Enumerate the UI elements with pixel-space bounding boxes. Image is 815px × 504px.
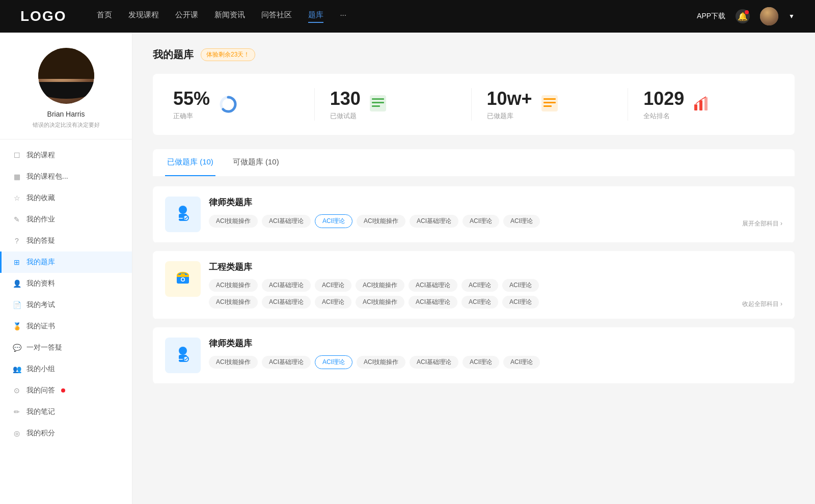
nav-home[interactable]: 首页 (97, 10, 112, 23)
qbank-engineer-icon-wrap (165, 261, 201, 297)
stat-value: 10w+ (487, 88, 532, 109)
sidebar-item-homework[interactable]: ✎ 我的作业 (0, 209, 132, 230)
notification-bell[interactable]: 🔔 (736, 9, 750, 23)
chat-icon: 💬 (12, 343, 21, 352)
svg-rect-4 (372, 98, 384, 100)
tag-1[interactable]: ACI基础理论 (262, 356, 311, 369)
tag-r2-4[interactable]: ACI基础理论 (409, 296, 457, 309)
donut-icon (218, 94, 238, 115)
nav-news[interactable]: 新闻资讯 (214, 10, 245, 23)
sidebar-item-label: 我的积分 (26, 429, 55, 438)
svg-rect-18 (178, 218, 183, 219)
nav-open-course[interactable]: 公开课 (175, 10, 198, 23)
profile-avatar (38, 48, 94, 104)
nav-discover[interactable]: 发现课程 (128, 10, 159, 23)
tag-3[interactable]: ACI技能操作 (357, 356, 405, 369)
tag-1[interactable]: ACI基础理论 (262, 215, 311, 228)
tag-6[interactable]: ACI理论 (503, 215, 540, 228)
expand-button[interactable]: 展开全部科目 › (742, 219, 782, 228)
nav-qbank[interactable]: 题库 (308, 10, 323, 23)
sidebar-item-exam[interactable]: 📄 我的考试 (0, 294, 132, 316)
sidebar-item-points[interactable]: ◎ 我的积分 (0, 423, 132, 444)
tag-6[interactable]: ACI理论 (502, 279, 539, 292)
nav-qa[interactable]: 问答社区 (261, 10, 292, 23)
qbank-header: 律师类题库 ACI技能操作 ACI基础理论 ACI理论 ACI技能操作 ACI基… (165, 197, 782, 232)
tag-4[interactable]: ACI基础理论 (410, 215, 458, 228)
stat-value: 55% (173, 88, 210, 109)
collapse-button[interactable]: 收起全部科目 › (742, 300, 782, 309)
tab-done-banks[interactable]: 已做题库 (10) (165, 149, 215, 176)
sidebar-item-label: 我的作业 (26, 215, 55, 224)
tag-r2-3[interactable]: ACI技能操作 (356, 296, 404, 309)
tag-5[interactable]: ACI理论 (463, 215, 499, 228)
stat-done-banks-value-wrap: 10w+ 已做题库 (487, 88, 532, 121)
sidebar-item-qbank[interactable]: ⊞ 我的题库 (0, 251, 132, 273)
sidebar-item-group[interactable]: 👥 我的小组 (0, 358, 132, 380)
tag-r2-2[interactable]: ACI理论 (315, 296, 351, 309)
profile-avatar-image (38, 48, 94, 104)
svg-rect-9 (544, 102, 556, 103)
qbank-section-2: 律师类题库 ACI技能操作 ACI基础理论 ACI理论 ACI技能操作 ACI基… (153, 327, 795, 384)
profile-motto: 错误的决定比没有决定要好 (10, 121, 122, 129)
sidebar-item-notes[interactable]: ✏ 我的笔记 (0, 401, 132, 423)
tag-2[interactable]: ACI理论 (315, 279, 351, 292)
svg-rect-8 (544, 98, 556, 100)
tag-5[interactable]: ACI理论 (463, 356, 499, 369)
group-icon: 👥 (12, 365, 21, 374)
stat-label: 正确率 (173, 111, 210, 121)
qbank-tags-row1: ACI技能操作 ACI基础理论 ACI理论 ACI技能操作 ACI基础理论 AC… (209, 279, 782, 292)
qbank-content: 律师类题库 ACI技能操作 ACI基础理论 ACI理论 ACI技能操作 ACI基… (209, 197, 782, 228)
nav-more[interactable]: ··· (340, 10, 346, 23)
main-content: 我的题库 体验剩余23天！ 55% 正确率 (132, 33, 815, 504)
qbank-title: 律师类题库 (209, 197, 782, 208)
svg-rect-13 (704, 97, 708, 110)
tag-4[interactable]: ACI基础理论 (410, 356, 458, 369)
tag-0[interactable]: ACI技能操作 (209, 279, 258, 292)
sidebar-item-my-course[interactable]: ☐ 我的课程 (0, 145, 132, 166)
sidebar-item-label: 我的答疑 (26, 236, 55, 245)
file-icon: ☐ (12, 151, 21, 160)
qa-icon: ⊙ (12, 386, 21, 395)
chart-red-icon (692, 94, 713, 115)
tag-r2-6[interactable]: ACI理论 (502, 296, 539, 309)
sidebar-item-certificate[interactable]: 🏅 我的证书 (0, 316, 132, 337)
tag-3[interactable]: ACI技能操作 (356, 279, 404, 292)
sidebar-item-ask[interactable]: ? 我的答疑 (0, 230, 132, 251)
tag-1[interactable]: ACI基础理论 (262, 279, 311, 292)
stat-done-questions-value-wrap: 130 已做试题 (330, 88, 361, 121)
tag-2[interactable]: ACI理论 (315, 214, 352, 228)
qbank-card-lawyer-2: 律师类题库 ACI技能操作 ACI基础理论 ACI理论 ACI技能操作 ACI基… (153, 327, 795, 384)
stat-value: 130 (330, 88, 361, 109)
tag-6[interactable]: ACI理论 (503, 356, 540, 369)
svg-rect-23 (181, 273, 185, 275)
tag-4[interactable]: ACI基础理论 (409, 279, 457, 292)
tag-0[interactable]: ACI技能操作 (209, 356, 258, 369)
profile-username: Brian Harris (10, 110, 122, 118)
tag-3[interactable]: ACI技能操作 (357, 215, 405, 228)
stat-label: 已做试题 (330, 111, 361, 121)
qa-badge (61, 388, 65, 393)
qbank-tags-row2: ACI技能操作 ACI基础理论 ACI理论 ACI技能操作 ACI基础理论 AC… (209, 296, 782, 309)
tag-r2-5[interactable]: ACI理论 (461, 296, 498, 309)
tag-r2-1[interactable]: ACI基础理论 (262, 296, 311, 309)
sidebar-item-one-on-one[interactable]: 💬 一对一答疑 (0, 337, 132, 358)
app-download-button[interactable]: APP下载 (697, 12, 725, 21)
tag-r2-0[interactable]: ACI技能操作 (209, 296, 258, 309)
sidebar-item-favorites[interactable]: ☆ 我的收藏 (0, 187, 132, 209)
tag-5[interactable]: ACI理论 (461, 279, 498, 292)
qbank-lawyer-icon-wrap (165, 197, 201, 232)
table-green-icon (369, 94, 389, 115)
sidebar-item-profile[interactable]: 👤 我的资料 (0, 273, 132, 294)
notification-dot (745, 10, 749, 14)
tab-available-banks[interactable]: 可做题库 (10) (231, 149, 281, 176)
doc-icon: 📄 (12, 300, 21, 310)
avatar[interactable] (760, 7, 778, 25)
sidebar-item-course-package[interactable]: ▦ 我的课程包... (0, 166, 132, 187)
sidebar-item-my-qa[interactable]: ⊙ 我的问答 (0, 380, 132, 401)
qbank-card-engineer: 工程类题库 ACI技能操作 ACI基础理论 ACI理论 ACI技能操作 ACI基… (153, 251, 795, 319)
tag-0[interactable]: ACI技能操作 (209, 215, 258, 228)
grid-icon: ⊞ (12, 258, 21, 267)
tag-2[interactable]: ACI理论 (315, 355, 352, 369)
sidebar-item-label: 我的课程 (26, 151, 55, 160)
user-dropdown-arrow[interactable]: ▼ (789, 13, 795, 20)
